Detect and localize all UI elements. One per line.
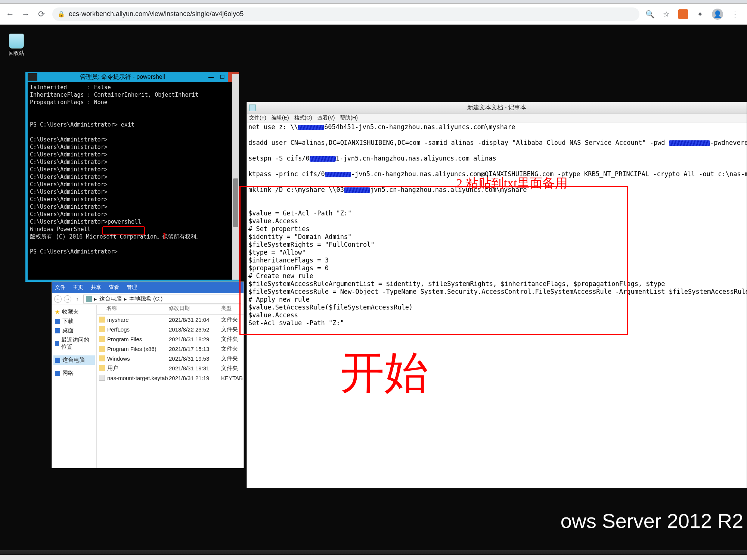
profile-avatar[interactable]: 👤 xyxy=(712,9,723,20)
powershell-title: 管理员: 命令提示符 - powershell xyxy=(40,73,205,81)
recent-icon xyxy=(55,341,59,346)
sidebar-downloads[interactable]: 下载 xyxy=(53,317,95,326)
notepad-window[interactable]: 新建文本文档 - 记事本 文件(F) 编辑(E) 格式(O) 查看(V) 帮助(… xyxy=(247,102,747,488)
file-type: 文件夹 xyxy=(221,345,244,352)
sidebar-network[interactable]: 网络 xyxy=(53,368,95,378)
table-row[interactable]: 用户2021/8/31 19:31文件夹 xyxy=(97,363,244,373)
file-name: myshare xyxy=(107,317,169,323)
nav-up-icon[interactable]: ↑ xyxy=(74,295,81,303)
file-date: 2013/8/22 23:52 xyxy=(169,326,221,333)
url-text: ecs-workbench.aliyun.com/view/instance/s… xyxy=(69,10,244,18)
menu-file[interactable]: 文件(F) xyxy=(249,115,266,121)
explorer-ribbon: 文件 主页 共享 查看 管理 xyxy=(52,282,244,293)
file-date: 2021/8/31 19:53 xyxy=(169,355,221,362)
nav-forward-icon[interactable]: → xyxy=(64,295,71,303)
notepad-icon xyxy=(249,105,256,111)
star-icon: ★ xyxy=(55,309,60,315)
annotation-start: 开始 xyxy=(340,369,428,377)
redaction xyxy=(325,172,351,177)
file-explorer-window[interactable]: 文件 主页 共享 查看 管理 ← → ↑ ▸ 这台电脑 ▸ 本地磁盘 (C:) … xyxy=(52,281,244,468)
folder-icon xyxy=(99,346,105,352)
menu-view[interactable]: 查看(V) xyxy=(317,115,335,121)
table-row[interactable]: myshare2021/8/31 21:04文件夹 xyxy=(97,315,244,324)
maximize-button[interactable]: ☐ xyxy=(217,72,228,82)
ribbon-tab[interactable]: 管理 xyxy=(127,284,137,291)
desktop-icon xyxy=(55,328,60,333)
back-button[interactable]: ← xyxy=(5,9,15,19)
notepad-title: 新建文本文档 - 记事本 xyxy=(467,104,526,112)
annotation-box-1 xyxy=(102,226,145,235)
folder-icon xyxy=(99,355,105,361)
powershell-titlebar[interactable]: 管理员: 命令提示符 - powershell — ☐ ✕ xyxy=(25,72,239,82)
extensions-puzzle-icon[interactable]: ✦ xyxy=(695,10,704,19)
file-name: 用户 xyxy=(107,365,169,372)
powershell-output[interactable]: IsInherited : False InheritanceFlags : C… xyxy=(28,82,237,280)
extension-icon[interactable] xyxy=(678,9,688,19)
nav-back-icon[interactable]: ← xyxy=(54,295,62,303)
ribbon-tab[interactable]: 主页 xyxy=(73,284,83,291)
table-row[interactable]: PerfLogs2013/8/22 23:52文件夹 xyxy=(97,324,244,334)
forward-button[interactable]: → xyxy=(21,9,31,19)
file-date: 2021/8/17 15:13 xyxy=(169,346,221,352)
folder-icon xyxy=(99,365,105,371)
taskbar[interactable] xyxy=(0,550,747,555)
table-row[interactable]: nas-mount-target.keytab2021/8/31 21:19KE… xyxy=(97,373,244,383)
powershell-window[interactable]: 管理员: 命令提示符 - powershell — ☐ ✕ IsInherite… xyxy=(25,72,239,282)
windows-brand-watermark: ows Server 2012 R2 xyxy=(561,509,743,532)
file-type: 文件夹 xyxy=(221,365,244,372)
menu-help[interactable]: 帮助(H) xyxy=(340,115,357,121)
column-name[interactable]: 名称 xyxy=(97,305,169,314)
column-date[interactable]: 修改日期 xyxy=(169,305,221,314)
folder-icon xyxy=(99,326,105,332)
cmd-icon xyxy=(28,73,37,81)
sidebar-thispc[interactable]: 这台电脑 xyxy=(53,355,95,365)
annotation-label-1: 1 xyxy=(162,230,167,242)
table-row[interactable]: Program Files (x86)2021/8/17 15:13文件夹 xyxy=(97,344,244,354)
file-type: 文件夹 xyxy=(221,336,244,343)
annotation-box-2 xyxy=(239,186,628,335)
sidebar-recent[interactable]: 最近访问的位置 xyxy=(53,335,95,352)
address-bar[interactable]: 🔒 ecs-workbench.aliyun.com/view/instance… xyxy=(52,7,639,21)
drive-icon xyxy=(86,296,92,302)
explorer-navbar: ← → ↑ ▸ 这台电脑 ▸ 本地磁盘 (C:) xyxy=(52,293,244,305)
file-name: Program Files xyxy=(107,336,169,342)
remote-desktop: 回收站 管理员: 命令提示符 - powershell — ☐ ✕ IsInhe… xyxy=(0,25,747,555)
sidebar-favorites[interactable]: ★收藏夹 xyxy=(53,307,95,317)
table-row[interactable]: Windows2021/8/31 19:53文件夹 xyxy=(97,354,244,363)
breadcrumb-seg[interactable]: 本地磁盘 (C:) xyxy=(129,295,162,302)
breadcrumb[interactable]: ▸ 这台电脑 ▸ 本地磁盘 (C:) xyxy=(83,295,241,304)
file-icon xyxy=(99,375,105,381)
folder-icon xyxy=(99,336,105,342)
file-date: 2021/8/31 21:19 xyxy=(169,375,221,381)
menu-format[interactable]: 格式(O) xyxy=(294,115,312,121)
notepad-titlebar[interactable]: 新建文本文档 - 记事本 xyxy=(247,102,747,113)
file-name: PerfLogs xyxy=(107,326,169,333)
file-date: 2021/8/31 21:04 xyxy=(169,317,221,323)
bookmark-star-icon[interactable]: ☆ xyxy=(662,10,671,19)
redaction xyxy=(298,125,324,130)
recycle-bin[interactable]: 回收站 xyxy=(5,34,28,57)
zoom-icon[interactable]: 🔍 xyxy=(645,10,654,19)
file-name: nas-mount-target.keytab xyxy=(107,375,169,381)
ribbon-tab[interactable]: 查看 xyxy=(109,284,119,291)
ribbon-tab[interactable]: 共享 xyxy=(91,284,101,291)
minimize-button[interactable]: — xyxy=(205,72,217,82)
network-icon xyxy=(55,371,60,376)
file-type: 文件夹 xyxy=(221,355,244,362)
menu-edit[interactable]: 编辑(E) xyxy=(272,115,289,121)
explorer-sidebar: ★收藏夹 下载 桌面 最近访问的位置 这台电脑 网络 xyxy=(52,305,97,468)
table-row[interactable]: Program Files2021/8/31 18:29文件夹 xyxy=(97,334,244,344)
folder-icon xyxy=(99,317,105,323)
reload-button[interactable]: ⟳ xyxy=(37,9,46,19)
chrome-menu-icon[interactable]: ⋮ xyxy=(731,10,740,19)
ribbon-tab[interactable]: 文件 xyxy=(55,284,65,291)
notepad-text[interactable]: net use z: \\6054b451-jvn5.cn-hangzhou.n… xyxy=(247,122,747,488)
file-name: Program Files (x86) xyxy=(107,346,169,352)
powershell-scrollbar[interactable] xyxy=(232,74,239,280)
lock-icon: 🔒 xyxy=(58,10,65,18)
notepad-menubar: 文件(F) 编辑(E) 格式(O) 查看(V) 帮助(H) xyxy=(247,113,747,122)
breadcrumb-seg[interactable]: 这台电脑 xyxy=(99,295,122,302)
sidebar-desktop[interactable]: 桌面 xyxy=(53,326,95,335)
file-type: KEYTAB xyxy=(221,375,244,381)
browser-toolbar: ← → ⟳ 🔒 ecs-workbench.aliyun.com/view/in… xyxy=(0,4,747,25)
